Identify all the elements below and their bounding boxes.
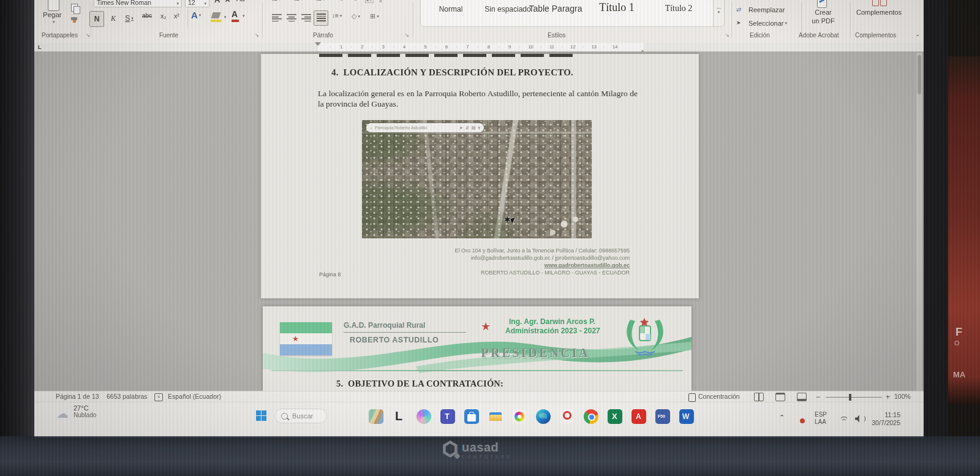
style-titulo-2[interactable]: Título 2 — [647, 4, 710, 13]
ruler-tick: · — [330, 44, 331, 50]
tray-red-dot-icon[interactable] — [800, 418, 805, 423]
zoom-in-button[interactable]: + — [886, 393, 890, 401]
numbering-button[interactable]: ⁝≡▾ — [294, 0, 303, 2]
create-pdf-button[interactable]: Crear un PDF — [805, 9, 842, 26]
status-word-count[interactable]: 6653 palabras — [107, 393, 148, 400]
line-spacing-button[interactable]: ↕≡▾ — [332, 12, 342, 19]
increase-indent-button[interactable]: ⇥ — [352, 0, 356, 2]
decrease-indent-button[interactable]: ⇤ — [341, 0, 345, 2]
cutoff-heading-text — [319, 54, 573, 57]
tray-clock[interactable]: 11:15 30/7/2025 — [850, 411, 900, 426]
shading-button[interactable]: ◇▾ — [352, 12, 360, 20]
taskbar-icon-microsoft-store[interactable] — [464, 409, 479, 424]
font-color-chevron[interactable]: ▾ — [243, 13, 245, 18]
styles-gallery-scroll[interactable]: — ▾ — [713, 0, 725, 27]
superscript-button[interactable]: x² — [174, 12, 179, 20]
weather-cloud-icon[interactable]: ☁ — [56, 406, 69, 421]
paste-dropdown-chevron[interactable]: ▾ — [53, 20, 55, 25]
subscript-button[interactable]: x₂ — [160, 12, 166, 20]
ruler-tick: · — [582, 44, 584, 50]
sort-button[interactable]: 2↓ — [365, 0, 374, 3]
zoom-out-button[interactable]: − — [816, 393, 820, 401]
taskbar-icon-chrome[interactable] — [584, 409, 598, 424]
tray-language-indicator[interactable]: ESP LAA — [815, 411, 827, 426]
status-language[interactable]: Español (Ecuador) — [168, 393, 221, 400]
align-center-button[interactable] — [287, 13, 296, 21]
text-effects-button[interactable]: A▾ — [191, 10, 201, 20]
document-page-9: ★ G.A.D. Parroquial Rural ROBERTO ASTUDI… — [263, 306, 692, 391]
multilevel-list-button[interactable]: ⁝≡▾ — [316, 0, 325, 2]
ruler-ticks: 1·2·3·4·5·6·7·8·9·10·11·12·13·14· — [328, 43, 646, 51]
focus-mode-button[interactable]: Concentración — [698, 393, 740, 400]
vertical-scrollbar[interactable] — [916, 53, 922, 391]
proofing-errors-icon[interactable]: × — [154, 393, 163, 401]
taskbar-icon-teams[interactable] — [440, 409, 455, 424]
map-directions-icon: ➤ — [459, 126, 463, 130]
style-table-paragraph[interactable]: Table Paragra — [517, 4, 594, 13]
style-titulo-1[interactable]: Título 1 — [584, 1, 649, 14]
align-left-button[interactable] — [272, 13, 282, 21]
styles-dialog-launcher[interactable]: ↘ — [725, 32, 729, 38]
ruler-tick: · — [456, 44, 458, 50]
underline-button[interactable]: S▾ — [121, 11, 137, 26]
taskbar-icon-f50-app[interactable] — [655, 409, 670, 424]
taskbar-icon-file-explorer[interactable] — [488, 409, 503, 424]
font-dialog-launcher[interactable]: ↘ — [255, 32, 259, 38]
taskbar-icon-edge[interactable] — [536, 409, 551, 424]
taskbar-icon-acrobat[interactable] — [631, 409, 646, 424]
print-layout-view-icon[interactable] — [775, 393, 785, 401]
tray-hidden-icons-chevron[interactable]: ⌃ — [779, 414, 785, 421]
align-right-button[interactable] — [301, 13, 311, 21]
paragraph-dialog-launcher[interactable]: ↘ — [405, 32, 409, 38]
tab-selector[interactable]: L — [38, 44, 42, 50]
highlight-button[interactable] — [211, 12, 221, 18]
borders-button[interactable]: ⊞▾ — [370, 12, 379, 20]
web-layout-view-icon[interactable] — [797, 393, 807, 401]
font-name-combo[interactable]: Times New Roman▾ — [94, 0, 182, 7]
pilcrow-button[interactable]: ¶ — [379, 0, 382, 3]
grow-font-button[interactable]: A — [214, 0, 220, 4]
footer-line: ROBERTO ASTUDILLO - MILAGRO - GUAYAS - E… — [372, 269, 630, 276]
strikethrough-button[interactable]: abc — [142, 12, 152, 19]
ruler-tick: · — [561, 44, 563, 50]
weather-widget[interactable]: 27°C Nublado — [74, 404, 96, 418]
taskbar-icon-photos[interactable] — [512, 409, 527, 424]
map-search-icon: ⌕ — [370, 126, 372, 130]
change-case-button[interactable]: Aa▾ — [236, 0, 248, 2]
clipboard-dialog-launcher[interactable]: ↘ — [86, 32, 90, 38]
font-color-button[interactable]: A — [232, 9, 238, 19]
taskbar-icon-l-app[interactable] — [393, 409, 407, 424]
replace-button[interactable]: Reemplazar — [748, 6, 785, 13]
taskbar-icon-gallery[interactable] — [369, 409, 383, 424]
taskbar-icon-opera[interactable] — [560, 409, 575, 424]
flag-roberto-astudillo: ★ — [280, 322, 332, 355]
scrollbar-thumb[interactable] — [918, 55, 921, 94]
weather-description: Nublado — [74, 412, 96, 418]
collapse-ribbon-chevron[interactable]: ⌄ — [915, 31, 920, 37]
zoom-slider-handle[interactable] — [849, 394, 851, 401]
zoom-slider-track[interactable] — [826, 397, 882, 398]
taskbar-icon-copilot[interactable] — [417, 409, 431, 424]
taskbar-icon-excel[interactable] — [608, 409, 622, 424]
highlight-chevron[interactable]: ▾ — [224, 15, 227, 20]
ruler-number: 2 — [359, 44, 365, 50]
ruler-number: 12 — [570, 44, 576, 50]
satellite-map-image[interactable]: ⌕ Parroquia Roberto Astudillo ➤ ⇵ ▤ ▾ ✱◤ — [362, 120, 592, 238]
monitor-brand-logo: uasad COMPUTERS — [442, 440, 512, 459]
read-mode-view-icon[interactable] — [754, 393, 764, 401]
heading-number: 4. — [331, 67, 339, 77]
bold-button[interactable]: N — [89, 11, 104, 27]
shrink-font-button[interactable]: A — [225, 0, 230, 3]
font-size-combo[interactable]: 12▾ — [185, 0, 209, 7]
status-page-indicator[interactable]: Página 1 de 13 — [56, 393, 99, 400]
start-button[interactable] — [256, 410, 266, 421]
italic-button[interactable]: K — [108, 11, 119, 26]
zoom-percentage[interactable]: 100% — [894, 393, 911, 400]
select-button[interactable]: Seleccionar▾ — [748, 20, 787, 27]
taskbar-search-box[interactable]: Buscar — [274, 409, 327, 423]
bullets-button[interactable]: ⁝≡▾ — [272, 0, 281, 2]
paste-button[interactable]: Pegar — [43, 11, 62, 18]
addins-button[interactable]: Complementos — [854, 9, 904, 16]
taskbar-icon-word[interactable] — [679, 409, 694, 424]
justify-button[interactable] — [314, 10, 328, 26]
